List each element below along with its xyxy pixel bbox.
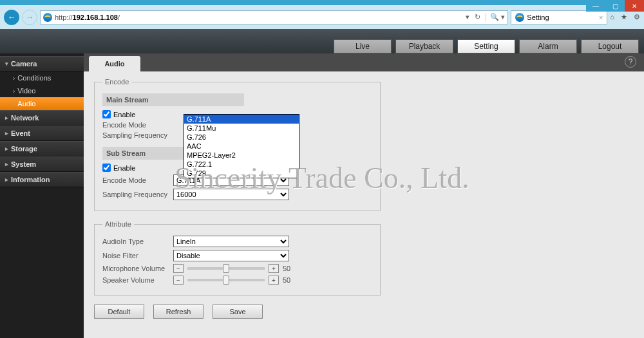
speaker-volume-value: 50	[283, 276, 296, 284]
noise-filter-label: Noise Filter	[102, 252, 173, 259]
sub-sampling-select[interactable]: 16000	[173, 189, 289, 200]
url-host: 192.168.1.108	[73, 14, 118, 21]
sub-enable-checkbox[interactable]	[102, 164, 111, 172]
home-icon[interactable]: ⌂	[610, 13, 614, 21]
window-buttons: — ▢ ✕	[586, 0, 644, 12]
audioin-type-select[interactable]: LineIn	[173, 236, 289, 247]
sub-encode-mode-label: Encode Mode	[102, 176, 173, 184]
workspace: Camera Conditions Video Audio Network Ev…	[0, 53, 644, 338]
refresh-icon[interactable]: ↻	[475, 13, 480, 21]
maximize-button[interactable]: ▢	[605, 0, 625, 12]
encode-mode-dropdown-open[interactable]: G.711A G.711Mu G.726 AAC MPEG2-Layer2 G.…	[184, 114, 299, 178]
option-g711a[interactable]: G.711A	[184, 115, 299, 124]
speaker-volume-plus[interactable]: +	[269, 276, 279, 285]
ie-icon	[43, 13, 52, 22]
back-button[interactable]: ←	[4, 10, 19, 25]
option-g711mu[interactable]: G.711Mu	[184, 124, 299, 133]
sidebar-item-conditions[interactable]: Conditions	[0, 71, 84, 84]
address-bar[interactable]: http://192.168.1.108/ ▾ ↻ 🔍 ▾	[40, 10, 508, 24]
sidebar-group-information[interactable]: Information	[0, 172, 84, 187]
page-body: Encode Main Stream Enable Encode Mode Sa…	[84, 71, 644, 338]
speaker-volume-slider[interactable]	[187, 279, 265, 281]
sidebar-group-network[interactable]: Network	[0, 110, 84, 126]
option-g726[interactable]: G.726	[184, 133, 299, 142]
window-titlebar	[0, 0, 644, 5]
page-tab-audio[interactable]: Audio	[89, 56, 140, 71]
sub-sampling-label: Sampling Frequency	[102, 191, 173, 198]
app-banner: Live Playback Setting Alarm Logout	[0, 29, 644, 53]
search-icon[interactable]: 🔍 ▾	[486, 13, 505, 21]
sidebar: Camera Conditions Video Audio Network Ev…	[0, 53, 84, 338]
default-button[interactable]: Default	[94, 305, 144, 319]
save-button[interactable]: Save	[213, 305, 263, 319]
tab-playback[interactable]: Playback	[395, 39, 453, 53]
audioin-type-label: AudioIn Type	[102, 238, 173, 245]
mic-volume-slider[interactable]	[187, 267, 265, 270]
url-path: /	[118, 14, 120, 21]
option-g729[interactable]: G.729	[184, 169, 299, 178]
mic-volume-label: Microphone Volume	[102, 265, 173, 272]
sidebar-group-event[interactable]: Event	[0, 126, 84, 141]
tab-logout[interactable]: Logout	[581, 39, 639, 53]
sub-enable-label: Enable	[113, 164, 135, 172]
tab-setting[interactable]: Setting	[457, 39, 515, 53]
minimize-button[interactable]: —	[586, 0, 605, 12]
tools-icon[interactable]: ⚙	[634, 13, 640, 21]
mic-volume-minus[interactable]: −	[173, 264, 184, 273]
encode-legend: Encode	[102, 78, 131, 86]
refresh-button[interactable]: Refresh	[153, 305, 204, 319]
noise-filter-select[interactable]: Disable	[173, 250, 289, 261]
speaker-volume-minus[interactable]: −	[173, 276, 184, 285]
tab-live[interactable]: Live	[334, 39, 392, 53]
content-area: Audio ? Encode Main Stream Enable Encode…	[84, 53, 644, 338]
browser-tab[interactable]: Setting ×	[511, 10, 607, 24]
mic-volume-thumb[interactable]	[223, 264, 229, 273]
sidebar-group-system[interactable]: System	[0, 156, 84, 172]
browser-chrome: ← → http://192.168.1.108/ ▾ ↻ 🔍 ▾ Settin…	[0, 5, 644, 29]
ie-icon	[515, 13, 524, 22]
option-aac[interactable]: AAC	[184, 142, 299, 151]
sidebar-item-video[interactable]: Video	[0, 84, 84, 97]
forward-button[interactable]: →	[22, 10, 37, 25]
footer-buttons: Default Refresh Save	[94, 305, 634, 319]
speaker-volume-label: Speaker Volume	[102, 276, 173, 284]
page-tabstrip: Audio ?	[84, 53, 644, 71]
tab-title: Setting	[527, 14, 549, 21]
speaker-volume-thumb[interactable]	[223, 276, 229, 285]
sidebar-group-camera[interactable]: Camera	[0, 56, 84, 71]
address-controls: ▾ ↻ 🔍 ▾	[466, 13, 505, 21]
url-scheme: http://	[55, 14, 73, 21]
favorites-icon[interactable]: ★	[621, 13, 627, 21]
mic-volume-value: 50	[283, 265, 296, 272]
encode-fieldset: Encode Main Stream Enable Encode Mode Sa…	[94, 78, 381, 211]
option-mpeg2layer2[interactable]: MPEG2-Layer2	[184, 151, 299, 160]
chrome-tools: ⌂ ★ ⚙	[610, 13, 640, 21]
main-sampling-label: Sampling Frequency	[102, 131, 173, 139]
help-icon[interactable]: ?	[625, 56, 636, 68]
close-button[interactable]: ✕	[625, 0, 644, 12]
tab-alarm[interactable]: Alarm	[519, 39, 577, 53]
attribute-legend: Attribute	[102, 220, 134, 228]
tab-close-icon[interactable]: ×	[599, 14, 603, 21]
sidebar-item-audio[interactable]: Audio	[0, 97, 84, 110]
url-text: http://192.168.1.108/	[55, 14, 463, 21]
main-stream-header: Main Stream	[102, 93, 244, 106]
mic-volume-plus[interactable]: +	[269, 264, 279, 273]
attribute-fieldset: Attribute AudioIn Type LineIn Noise Filt…	[94, 220, 381, 296]
main-enable-checkbox[interactable]	[102, 110, 111, 118]
main-enable-label: Enable	[113, 111, 135, 118]
option-g7221[interactable]: G.722.1	[184, 160, 299, 169]
dropdown-icon[interactable]: ▾	[466, 13, 469, 21]
main-encode-mode-label: Encode Mode	[102, 121, 173, 129]
sidebar-group-storage[interactable]: Storage	[0, 141, 84, 156]
